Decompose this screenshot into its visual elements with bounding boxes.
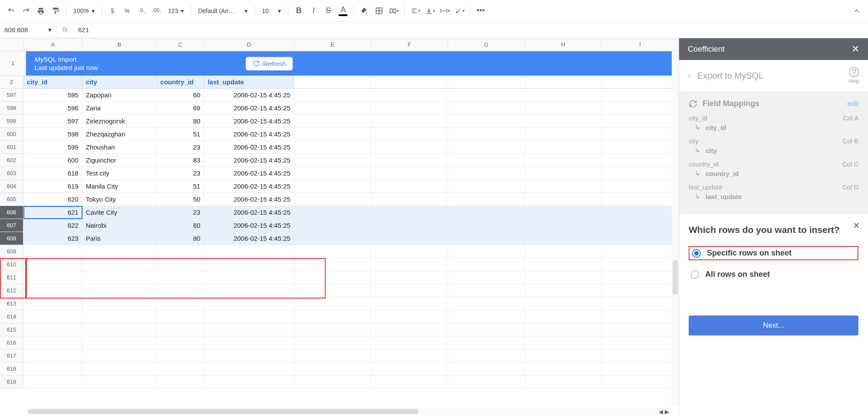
cell[interactable] — [23, 297, 83, 310]
cell[interactable] — [448, 76, 525, 89]
cell[interactable]: Zeleznogorsk — [83, 115, 157, 128]
cell[interactable] — [448, 336, 525, 349]
cell[interactable] — [294, 323, 371, 336]
cell[interactable] — [525, 193, 602, 206]
cell[interactable] — [525, 180, 602, 193]
row-header[interactable]: 608 — [0, 232, 23, 245]
col-header-f[interactable]: F — [371, 38, 448, 51]
cell[interactable] — [371, 141, 448, 154]
cell[interactable] — [294, 232, 371, 245]
cell[interactable] — [83, 297, 157, 310]
currency-button[interactable]: $ — [106, 4, 119, 18]
row-header-1[interactable]: 1 — [0, 51, 26, 76]
row-header[interactable]: 612 — [0, 284, 23, 297]
cell[interactable] — [448, 206, 525, 219]
cell[interactable]: 597 — [23, 115, 83, 128]
cell[interactable] — [448, 349, 525, 362]
row-header[interactable]: 605 — [0, 193, 23, 206]
cell[interactable] — [23, 284, 83, 297]
cell[interactable] — [525, 297, 602, 310]
cell[interactable]: 622 — [23, 219, 83, 232]
cell[interactable] — [157, 245, 204, 258]
cell[interactable] — [602, 245, 679, 258]
cell[interactable] — [448, 89, 525, 102]
cell[interactable]: Ziguinchor — [83, 154, 157, 167]
cell[interactable] — [294, 154, 371, 167]
cell[interactable] — [83, 310, 157, 323]
cell[interactable] — [371, 89, 448, 102]
cell[interactable] — [371, 180, 448, 193]
cell[interactable] — [448, 323, 525, 336]
name-box[interactable]: 606:608▾ — [0, 22, 56, 38]
cell[interactable] — [83, 271, 157, 284]
cell[interactable] — [525, 375, 602, 388]
cell[interactable]: 2006-02-15 4:45:25 — [204, 206, 294, 219]
cell[interactable] — [204, 375, 294, 388]
scrollbar-vertical[interactable] — [672, 51, 679, 406]
cell[interactable]: 618 — [23, 167, 83, 180]
cell[interactable] — [371, 115, 448, 128]
row-header[interactable]: 607 — [0, 219, 23, 232]
cell[interactable] — [602, 89, 679, 102]
cell[interactable] — [448, 167, 525, 180]
cell[interactable]: 2006-02-15 4:45:25 — [204, 154, 294, 167]
cell[interactable] — [371, 271, 448, 284]
cell[interactable]: 2006-02-15 4:45:25 — [204, 167, 294, 180]
cell[interactable] — [448, 245, 525, 258]
row-header[interactable]: 598 — [0, 102, 23, 115]
increase-decimal-button[interactable]: .00↑ — [150, 4, 164, 18]
cell[interactable] — [83, 323, 157, 336]
cell[interactable] — [204, 284, 294, 297]
cell[interactable] — [157, 375, 204, 388]
cell[interactable] — [371, 219, 448, 232]
cell[interactable] — [23, 362, 83, 375]
cell[interactable] — [448, 310, 525, 323]
cell[interactable] — [204, 323, 294, 336]
cell[interactable]: Cavite City — [83, 206, 157, 219]
cell[interactable]: 80 — [157, 115, 204, 128]
cell[interactable] — [204, 310, 294, 323]
cell[interactable] — [157, 349, 204, 362]
cell[interactable]: Test city — [83, 167, 157, 180]
cell[interactable]: 2006-02-15 4:45:25 — [204, 102, 294, 115]
cell[interactable] — [157, 284, 204, 297]
cell[interactable] — [525, 245, 602, 258]
cell[interactable]: Manila City — [83, 180, 157, 193]
cell[interactable] — [23, 349, 83, 362]
row-header-2[interactable]: 2 — [0, 76, 23, 89]
col-header-i[interactable]: I — [602, 38, 679, 51]
number-format-select[interactable]: 123▾ — [165, 7, 187, 14]
cell[interactable]: 23 — [157, 206, 204, 219]
cell[interactable] — [448, 362, 525, 375]
cell[interactable] — [294, 76, 371, 89]
cell[interactable] — [157, 310, 204, 323]
cell[interactable] — [204, 271, 294, 284]
cell[interactable] — [448, 375, 525, 388]
cell[interactable]: 23 — [157, 167, 204, 180]
row-header[interactable]: 611 — [0, 271, 23, 284]
row-header[interactable]: 606 — [0, 206, 23, 219]
cell[interactable] — [602, 141, 679, 154]
paint-format-button[interactable] — [49, 4, 63, 18]
cell[interactable] — [602, 349, 679, 362]
cell[interactable] — [23, 375, 83, 388]
cell[interactable]: 69 — [157, 102, 204, 115]
wrap-button[interactable]: ▾ — [438, 4, 452, 18]
cell[interactable] — [294, 245, 371, 258]
cell[interactable] — [204, 245, 294, 258]
col-header-b[interactable]: B — [83, 38, 157, 51]
header-city[interactable]: city — [83, 76, 157, 89]
cell[interactable] — [294, 258, 371, 271]
cell[interactable]: Zaria — [83, 102, 157, 115]
collapse-toolbar-button[interactable] — [850, 4, 864, 18]
cell[interactable]: 600 — [23, 154, 83, 167]
cell[interactable] — [448, 232, 525, 245]
formula-input[interactable]: 621 — [74, 26, 868, 33]
cell[interactable] — [157, 336, 204, 349]
cell[interactable] — [371, 167, 448, 180]
cell[interactable] — [157, 323, 204, 336]
refresh-button[interactable]: Refresh — [246, 57, 293, 70]
header-country-id[interactable]: country_id — [157, 76, 204, 89]
cell[interactable] — [448, 180, 525, 193]
cell[interactable]: 595 — [23, 89, 83, 102]
